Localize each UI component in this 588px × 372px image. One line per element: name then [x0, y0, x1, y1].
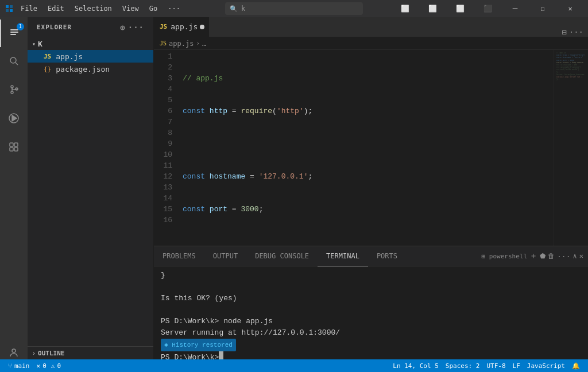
file-name-json: package.json	[56, 65, 110, 73]
breadcrumb-file[interactable]: app.js	[169, 40, 194, 48]
window-controls: ⬜ ⬜ ⬜ ⬛ ─ ☐ ✕	[392, 0, 583, 17]
encoding-status[interactable]: UTF-8	[483, 359, 509, 372]
language-text: JavaScript	[527, 362, 565, 370]
chevron-right-icon: ›	[32, 350, 36, 356]
outline-section[interactable]: › OUTLINE	[28, 347, 153, 359]
error-icon: ✕	[37, 362, 41, 370]
folder-icon: K	[38, 40, 42, 48]
maximize-panel-icon[interactable]: ∧	[573, 252, 577, 260]
search-icon	[8, 55, 20, 69]
svg-rect-4	[10, 29, 18, 30]
bell-icon: 🔔	[572, 362, 580, 370]
minimap: // app.js const http = require('http') c…	[554, 50, 588, 246]
menu-edit[interactable]: Edit	[43, 3, 69, 14]
notification-icon[interactable]: 🔔	[568, 359, 583, 372]
close-panel-icon[interactable]: ✕	[579, 252, 583, 260]
code-editor[interactable]: 12345 678910 1112131415 16 // app.js con…	[154, 50, 588, 246]
file-appjs[interactable]: JS app.js	[28, 50, 153, 63]
breadcrumb-sep: ›	[196, 40, 200, 47]
activity-search[interactable]	[0, 48, 28, 76]
status-bar: ⑂ main ✕ 0 ⚠ 0 Ln 14, Col 5 Spaces: 2 UT…	[0, 359, 588, 372]
line-ending-status[interactable]: LF	[509, 359, 524, 372]
close-button[interactable]: ✕	[557, 0, 583, 17]
more-tab-actions-icon[interactable]: ···	[569, 28, 583, 37]
breadcrumb-more[interactable]: …	[202, 40, 206, 48]
warning-icon: ⚠	[51, 362, 55, 370]
terminal-line-1: }	[161, 270, 581, 281]
panel-actions: ⊞ powershell ＋ ⬟ 🗑 ··· ∧ ✕	[477, 251, 588, 261]
activity-run[interactable]	[0, 106, 28, 133]
code-line-4: const hostname = '127.0.0.1';	[183, 171, 554, 182]
branch-name: main	[14, 362, 30, 370]
menu-view[interactable]: View	[118, 3, 144, 14]
outline-label: OUTLINE	[38, 350, 64, 357]
svg-marker-13	[12, 115, 17, 121]
search-bar[interactable]: 🔍 k	[225, 2, 363, 15]
unsaved-dot	[200, 25, 204, 29]
source-control-icon	[8, 84, 20, 98]
activity-extensions[interactable]	[0, 134, 28, 162]
activity-bar: 1	[0, 17, 28, 372]
code-line-1: // app.js	[183, 73, 554, 84]
activity-source-control[interactable]	[0, 77, 28, 104]
errors-status[interactable]: ✕ 0 ⚠ 0	[33, 359, 65, 372]
chevron-down-icon: ▾	[32, 41, 36, 47]
add-terminal-icon[interactable]: ＋	[529, 251, 537, 261]
layout3-icon[interactable]: ⬜	[447, 0, 473, 17]
svg-rect-15	[10, 143, 13, 146]
search-icon: 🔍	[230, 5, 238, 13]
terminal-text: }	[161, 270, 165, 281]
menu-more[interactable]: ···	[163, 3, 185, 14]
layout4-icon[interactable]: ⬛	[474, 0, 501, 17]
layout2-icon[interactable]: ⬜	[419, 0, 446, 17]
svg-point-7	[10, 57, 16, 63]
js-file-icon: JS	[44, 53, 51, 60]
error-count: 0	[42, 362, 47, 370]
terminal-content[interactable]: } Is this OK? (yes) PS D:\Work\k> node a…	[154, 266, 588, 372]
new-file-icon[interactable]: ⊕	[120, 23, 125, 32]
more-panel-icon[interactable]: ···	[557, 252, 570, 261]
minimize-button[interactable]: ─	[502, 0, 528, 17]
split-editor-icon[interactable]: ⊟	[562, 28, 566, 37]
branch-status[interactable]: ⑂ main	[5, 359, 33, 372]
code-line-6	[183, 237, 554, 246]
terminal-text: PS D:\Work\k> node app.js	[161, 316, 273, 327]
line-numbers: 12345 678910 1112131415 16	[154, 50, 178, 246]
tab-appjs[interactable]: JS app.js	[154, 17, 210, 37]
activity-explorer[interactable]: 1	[0, 20, 28, 47]
main-container: 1	[0, 17, 588, 372]
language-status[interactable]: JavaScript	[524, 359, 568, 372]
svg-rect-3	[10, 9, 13, 12]
layout-icon[interactable]: ⬜	[392, 0, 418, 17]
more-actions-icon[interactable]: ···	[128, 23, 144, 32]
tab-debug-console[interactable]: DEBUG CONSOLE	[246, 246, 318, 266]
tab-terminal[interactable]: TERMINAL	[318, 246, 368, 266]
code-line-3	[183, 138, 554, 149]
line-col-status[interactable]: Ln 14, Col 5	[389, 359, 442, 372]
svg-rect-1	[10, 5, 13, 8]
menu-go[interactable]: Go	[145, 3, 162, 14]
split-terminal-icon[interactable]: ⬟	[540, 252, 546, 260]
file-packagejson[interactable]: {} package.json	[28, 63, 153, 75]
menu-selection[interactable]: Selection	[70, 3, 117, 14]
app-icon	[5, 4, 14, 13]
kill-terminal-icon[interactable]: 🗑	[548, 252, 555, 260]
line-col-text: Ln 14, Col 5	[393, 362, 438, 370]
menu-file[interactable]: File	[16, 3, 42, 14]
svg-line-8	[16, 63, 18, 65]
tab-output[interactable]: OUTPUT	[204, 246, 246, 266]
file-name: app.js	[56, 52, 83, 61]
editor-area: JS app.js ⊟ ··· JS app.js › … 12345 6789…	[154, 17, 588, 372]
maximize-button[interactable]: ☐	[529, 0, 556, 17]
history-restored-badge: ✱ History restored	[161, 339, 236, 351]
spaces-status[interactable]: Spaces: 2	[442, 359, 483, 372]
tab-ports[interactable]: PORTS	[368, 246, 406, 266]
svg-point-10	[11, 91, 13, 94]
tab-problems[interactable]: PROBLEMS	[154, 246, 204, 266]
cursor	[219, 351, 223, 359]
sidebar: EXPLORER ⊕ ··· ▾ K JS app.js {} package.…	[28, 17, 154, 372]
tab-bar: JS app.js ⊟ ···	[154, 17, 588, 37]
workspace-folder[interactable]: ▾ K	[28, 37, 153, 50]
terminal-line-5: PS D:\Work\k> node app.js	[161, 316, 581, 327]
terminal-icon: ⊞ powershell	[482, 253, 527, 260]
